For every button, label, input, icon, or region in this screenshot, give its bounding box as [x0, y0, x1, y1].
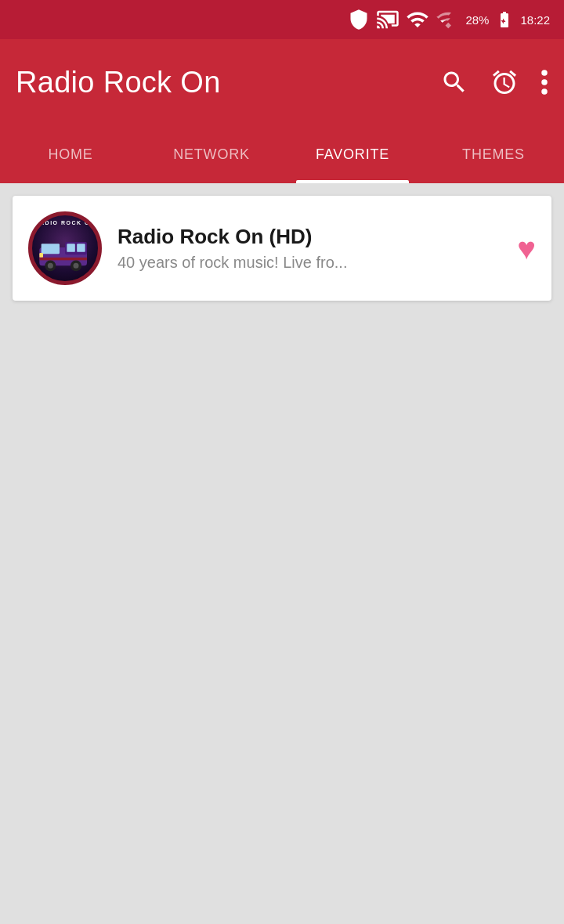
svg-rect-6: [77, 244, 85, 252]
svg-rect-12: [39, 253, 43, 258]
signal-icon: [436, 8, 459, 31]
favorite-button[interactable]: ♥: [517, 231, 536, 266]
tab-themes[interactable]: THEMES: [423, 125, 564, 183]
app-bar: Radio Rock On: [0, 39, 564, 125]
more-options-button[interactable]: [540, 68, 548, 96]
svg-rect-7: [42, 244, 60, 254]
shield-icon: [348, 9, 370, 31]
svg-point-0: [541, 70, 548, 76]
alarm-button[interactable]: [490, 68, 519, 96]
cast-icon: [376, 8, 400, 31]
battery-icon: [495, 10, 514, 29]
van-svg: [38, 233, 92, 273]
app-title: Radio Rock On: [16, 66, 221, 99]
station-description: 40 years of rock music! Live fro...: [118, 254, 504, 272]
status-icons: 28% 18:22: [348, 8, 550, 31]
tabs: HOME NETWORK FAVORITE THEMES: [0, 125, 564, 183]
logo-arc-text: RADIO ROCK ON: [34, 220, 95, 226]
battery-percent: 28%: [465, 13, 489, 27]
tab-network[interactable]: NETWORK: [141, 125, 282, 183]
tab-favorite[interactable]: FAVORITE: [282, 125, 423, 183]
station-card[interactable]: RADIO ROCK ON: [13, 196, 551, 301]
time-display: 18:22: [520, 13, 550, 27]
content-area: RADIO ROCK ON: [0, 183, 564, 924]
wifi-icon: [406, 8, 429, 31]
tab-home[interactable]: HOME: [0, 125, 141, 183]
svg-rect-5: [67, 244, 75, 252]
svg-point-9: [48, 263, 53, 269]
svg-point-11: [74, 263, 79, 269]
station-logo: RADIO ROCK ON: [28, 211, 102, 285]
station-info: Radio Rock On (HD) 40 years of rock musi…: [118, 225, 504, 272]
status-bar: 28% 18:22: [0, 0, 564, 39]
svg-rect-13: [39, 258, 87, 261]
app-bar-actions: [440, 68, 548, 96]
svg-point-1: [541, 79, 548, 85]
svg-point-2: [541, 88, 548, 95]
station-name: Radio Rock On (HD): [118, 225, 504, 249]
search-button[interactable]: [440, 68, 468, 96]
